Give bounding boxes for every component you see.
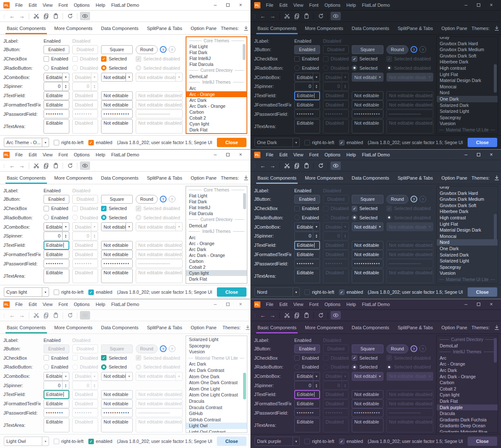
theme-list-item[interactable]: Atom One Dark Contrast [186, 380, 247, 386]
theme-list[interactable]: GrayGruvbox Dark HardGruvbox Dark Medium… [436, 186, 498, 284]
square-button[interactable]: Square [352, 344, 383, 353]
spinner-down-icon[interactable]: ▾ [65, 385, 66, 388]
forward-icon[interactable]: → [268, 311, 277, 320]
round-button[interactable]: Round [386, 195, 408, 204]
theme-list-item[interactable]: Dark Flat [186, 127, 246, 133]
theme-list-item[interactable]: GitHub Contrast [186, 417, 247, 423]
textfield-editable[interactable]: Editable [44, 250, 69, 259]
radio-selected[interactable] [101, 364, 107, 370]
close-window-icon[interactable]: × [234, 0, 247, 10]
refresh-icon[interactable] [66, 161, 74, 170]
menu-edit[interactable]: Edit [29, 302, 37, 307]
menu-options[interactable]: Options [324, 302, 340, 307]
combobox-not-editable[interactable]: Not editable▾ [101, 222, 133, 231]
textarea-not-editable[interactable]: Not editable [352, 418, 383, 432]
scrollbar-thumb[interactable] [243, 44, 246, 60]
tab-extras-partial[interactable]: E [221, 321, 222, 333]
tab-more-components[interactable]: More Components [301, 321, 348, 333]
theme-list-item[interactable]: Light Owl Contrast [186, 429, 247, 433]
radio-disabled[interactable] [72, 65, 78, 71]
theme-select-combobox[interactable]: Light Owl▾ [4, 437, 49, 446]
square-button[interactable]: Square [101, 344, 133, 353]
checkbox-selected[interactable]: ✓ [352, 206, 357, 211]
theme-list-item[interactable]: Vuesion [437, 120, 498, 127]
paste-icon[interactable] [51, 161, 60, 170]
theme-list-item[interactable]: Arc Dark - Orange [186, 252, 247, 258]
textfield-editable[interactable]: Editable [44, 390, 69, 399]
scrollbar-thumb[interactable] [494, 214, 497, 242]
theme-list[interactable]: Current DirectoryDemoLafIntelliJ ThemesA… [436, 336, 498, 433]
spinner-enabled[interactable]: 0▴▾ [294, 232, 320, 240]
refresh-icon[interactable] [316, 161, 325, 170]
tab-splitpane-tabs[interactable]: SplitPane & Tabs [143, 22, 187, 34]
checkbox-selected[interactable]: ✓ [352, 355, 357, 361]
radio-disabled[interactable] [323, 65, 329, 71]
menu-file[interactable]: File [266, 152, 274, 157]
download-icon[interactable] [493, 175, 500, 181]
menu-options[interactable]: Options [74, 3, 90, 8]
textarea-editable[interactable]: Editable [294, 119, 320, 134]
checkbox-disabled[interactable] [323, 206, 329, 211]
combobox-editable[interactable]: Editable▾ [294, 372, 320, 381]
cut-icon[interactable] [282, 311, 291, 320]
minimize-icon[interactable]: – [460, 0, 472, 10]
menu-edit[interactable]: Edit [279, 152, 287, 157]
spinner-enabled[interactable]: 0▴▾ [294, 82, 320, 91]
menu-options[interactable]: Options [324, 3, 340, 8]
theme-list-item[interactable]: Arc [186, 85, 246, 91]
theme-list-item[interactable]: Arc Dark - Orange [437, 374, 498, 380]
checkbox-selected[interactable]: ✓ [352, 56, 357, 62]
minimize-icon[interactable]: – [209, 0, 222, 10]
theme-list-item[interactable]: Dracula Contrast [186, 404, 247, 411]
help-icon[interactable]: ? [160, 46, 167, 53]
theme-list-item[interactable]: Nord [437, 239, 498, 246]
theme-list-item[interactable]: Arc - Orange [186, 240, 247, 246]
textfield-editable[interactable]: Editable [294, 241, 320, 250]
spinner-down-icon[interactable]: ▾ [316, 86, 317, 88]
textfield-not-editable[interactable]: Not editable [101, 100, 133, 109]
back-icon[interactable]: ← [8, 161, 16, 170]
menu-font[interactable]: Font [309, 302, 318, 307]
menu-file[interactable]: File [266, 302, 274, 307]
theme-list-item[interactable]: Arc - Orange [186, 91, 246, 97]
spinner-enabled[interactable]: 0▴▾ [294, 381, 320, 390]
paste-icon[interactable] [302, 161, 311, 170]
spinner-arrows[interactable]: ▴▾ [313, 82, 320, 90]
refresh-icon[interactable] [316, 311, 325, 320]
minimize-icon[interactable]: – [460, 300, 472, 309]
theme-list-item[interactable]: Dracula [437, 410, 498, 417]
theme-select-combobox[interactable]: One Dark▾ [255, 138, 300, 147]
tab-basic-components[interactable]: Basic Components [3, 172, 50, 184]
menu-help[interactable]: Help [346, 3, 356, 8]
round-button[interactable]: Round [136, 45, 158, 54]
textarea-not-editable[interactable]: Not editable [101, 119, 133, 134]
spinner-arrows[interactable]: ▴▾ [62, 232, 69, 240]
menu-file[interactable]: File [15, 302, 23, 307]
maximize-icon[interactable] [222, 150, 234, 159]
tab-option-pane[interactable]: Option Pane [186, 22, 221, 34]
combobox-editable[interactable]: Editable▾ [44, 73, 69, 82]
theme-list-item[interactable]: Atom One Dark [186, 374, 247, 380]
close-button[interactable]: Close [468, 437, 497, 446]
show-eye-toggle[interactable] [80, 161, 90, 170]
theme-list-item[interactable]: Monocai [437, 84, 498, 90]
theme-list-item[interactable]: High contrast [437, 215, 498, 221]
theme-list-item[interactable]: Light Owl [186, 423, 247, 429]
close-button[interactable]: Close [468, 138, 497, 147]
textarea-editable[interactable]: Editable [294, 418, 320, 432]
menu-file[interactable]: File [266, 3, 274, 8]
theme-list-item[interactable]: Arc Dark Contrast [186, 367, 247, 374]
combobox-editable[interactable]: Editable▾ [294, 222, 320, 231]
theme-list-item[interactable]: Gray [437, 36, 498, 41]
textfield-not-editable[interactable]: Not editable [101, 399, 133, 408]
rtl-checkbox[interactable] [304, 140, 310, 145]
passwordfield-editable[interactable]: •••••••• [294, 259, 320, 268]
passwordfield-editable[interactable]: •••••••• [44, 408, 69, 417]
theme-list-item[interactable]: Cobalt 2 [186, 115, 246, 121]
theme-list-item[interactable]: Spacegray [437, 115, 498, 121]
paste-icon[interactable] [302, 311, 311, 320]
theme-list-item[interactable]: Gruvbox Dark Hard [437, 41, 498, 47]
scrollbar-thumb[interactable] [494, 338, 497, 363]
square-button[interactable]: Square [352, 195, 383, 204]
passwordfield-editable[interactable]: •••••••• [294, 408, 320, 417]
